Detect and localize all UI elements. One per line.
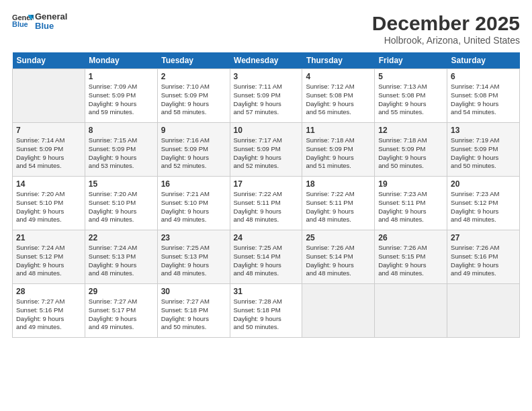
day-header-saturday: Saturday [447,52,520,69]
cell-info: Sunrise: 7:21 AM Sunset: 5:10 PM Dayligh… [161,190,226,224]
calendar-cell: 29Sunrise: 7:27 AM Sunset: 5:17 PM Dayli… [85,284,157,338]
day-header-sunday: Sunday [13,52,85,69]
date-number: 4 [306,72,371,81]
calendar-cell: 21Sunrise: 7:24 AM Sunset: 5:12 PM Dayli… [13,230,85,284]
calendar-cell: 30Sunrise: 7:27 AM Sunset: 5:18 PM Dayli… [157,284,230,338]
calendar-cell: 1Sunrise: 7:09 AM Sunset: 5:09 PM Daylig… [85,69,157,123]
date-number: 20 [451,179,516,189]
calendar-cell [375,284,447,338]
date-number: 11 [306,126,371,135]
cell-info: Sunrise: 7:17 AM Sunset: 5:09 PM Dayligh… [234,136,299,171]
subtitle: Holbrook, Arizona, United States [372,35,520,46]
date-number: 23 [161,233,226,242]
calendar-cell [447,284,520,338]
week-row-1: 1Sunrise: 7:09 AM Sunset: 5:09 PM Daylig… [13,69,520,123]
calendar-cell: 12Sunrise: 7:18 AM Sunset: 5:09 PM Dayli… [375,123,447,177]
date-number: 8 [89,126,154,135]
calendar-table: SundayMondayTuesdayWednesdayThursdayFrid… [12,52,520,338]
date-number: 18 [306,179,371,189]
cell-info: Sunrise: 7:23 AM Sunset: 5:11 PM Dayligh… [378,190,443,224]
calendar-cell: 3Sunrise: 7:11 AM Sunset: 5:09 PM Daylig… [230,69,302,123]
calendar-cell: 9Sunrise: 7:16 AM Sunset: 5:09 PM Daylig… [157,123,230,177]
date-number: 7 [16,126,81,135]
week-row-2: 7Sunrise: 7:14 AM Sunset: 5:09 PM Daylig… [13,123,520,177]
cell-info: Sunrise: 7:22 AM Sunset: 5:11 PM Dayligh… [306,190,371,224]
date-number: 25 [306,233,371,242]
cell-info: Sunrise: 7:10 AM Sunset: 5:09 PM Dayligh… [161,83,226,117]
date-number: 31 [234,287,299,296]
calendar-cell: 20Sunrise: 7:23 AM Sunset: 5:12 PM Dayli… [447,177,520,230]
date-number: 5 [378,72,443,81]
cell-info: Sunrise: 7:26 AM Sunset: 5:14 PM Dayligh… [306,244,371,278]
date-number: 24 [234,233,299,242]
cell-info: Sunrise: 7:28 AM Sunset: 5:18 PM Dayligh… [234,298,299,332]
day-header-tuesday: Tuesday [157,52,230,69]
cell-info: Sunrise: 7:27 AM Sunset: 5:17 PM Dayligh… [89,298,154,332]
date-number: 19 [378,179,443,189]
day-header-wednesday: Wednesday [230,52,302,69]
cell-info: Sunrise: 7:14 AM Sunset: 5:09 PM Dayligh… [16,136,81,171]
main-title: December 2025 [372,12,520,35]
calendar-cell: 18Sunrise: 7:22 AM Sunset: 5:11 PM Dayli… [302,177,375,230]
calendar-cell: 5Sunrise: 7:13 AM Sunset: 5:08 PM Daylig… [375,69,447,123]
calendar-cell: 16Sunrise: 7:21 AM Sunset: 5:10 PM Dayli… [157,177,230,230]
week-row-5: 28Sunrise: 7:27 AM Sunset: 5:16 PM Dayli… [13,284,520,338]
date-number: 29 [89,287,154,296]
date-number: 2 [161,72,226,81]
calendar-cell [302,284,375,338]
date-number: 10 [234,126,299,135]
cell-info: Sunrise: 7:24 AM Sunset: 5:12 PM Dayligh… [16,244,81,278]
date-number: 6 [451,72,516,81]
date-number: 12 [378,126,443,135]
svg-text:Blue: Blue [12,21,28,29]
calendar-cell: 4Sunrise: 7:12 AM Sunset: 5:08 PM Daylig… [302,69,375,123]
cell-info: Sunrise: 7:25 AM Sunset: 5:13 PM Dayligh… [161,244,226,278]
header: General Blue General Blue December 2025 … [12,12,520,46]
week-row-3: 14Sunrise: 7:20 AM Sunset: 5:10 PM Dayli… [13,177,520,230]
cell-info: Sunrise: 7:26 AM Sunset: 5:16 PM Dayligh… [451,244,516,278]
cell-info: Sunrise: 7:22 AM Sunset: 5:11 PM Dayligh… [234,190,299,224]
date-number: 1 [89,72,154,81]
cell-info: Sunrise: 7:26 AM Sunset: 5:15 PM Dayligh… [378,244,443,278]
cell-info: Sunrise: 7:12 AM Sunset: 5:08 PM Dayligh… [306,83,371,117]
cell-info: Sunrise: 7:09 AM Sunset: 5:09 PM Dayligh… [89,83,154,117]
date-number: 16 [161,179,226,189]
cell-info: Sunrise: 7:19 AM Sunset: 5:09 PM Dayligh… [451,136,516,171]
calendar-cell: 6Sunrise: 7:14 AM Sunset: 5:08 PM Daylig… [447,69,520,123]
calendar-cell: 31Sunrise: 7:28 AM Sunset: 5:18 PM Dayli… [230,284,302,338]
cell-info: Sunrise: 7:16 AM Sunset: 5:09 PM Dayligh… [161,136,226,171]
date-number: 30 [161,287,226,296]
day-header-thursday: Thursday [302,52,375,69]
cell-info: Sunrise: 7:15 AM Sunset: 5:09 PM Dayligh… [89,136,154,171]
date-number: 13 [451,126,516,135]
cell-info: Sunrise: 7:18 AM Sunset: 5:09 PM Dayligh… [378,136,443,171]
calendar-cell: 28Sunrise: 7:27 AM Sunset: 5:16 PM Dayli… [13,284,85,338]
cell-info: Sunrise: 7:14 AM Sunset: 5:08 PM Dayligh… [451,83,516,117]
date-number: 28 [16,287,81,296]
cell-info: Sunrise: 7:24 AM Sunset: 5:13 PM Dayligh… [89,244,154,278]
calendar-cell: 23Sunrise: 7:25 AM Sunset: 5:13 PM Dayli… [157,230,230,284]
cell-info: Sunrise: 7:27 AM Sunset: 5:16 PM Dayligh… [16,298,81,332]
calendar-cell: 7Sunrise: 7:14 AM Sunset: 5:09 PM Daylig… [13,123,85,177]
logo-line2: Blue [35,21,67,31]
cell-info: Sunrise: 7:11 AM Sunset: 5:09 PM Dayligh… [234,83,299,117]
date-number: 21 [16,233,81,242]
title-block: December 2025 Holbrook, Arizona, United … [372,12,520,46]
date-number: 17 [234,179,299,189]
calendar-cell: 14Sunrise: 7:20 AM Sunset: 5:10 PM Dayli… [13,177,85,230]
logo-line1: General [35,12,67,21]
date-number: 26 [378,233,443,242]
calendar-cell: 22Sunrise: 7:24 AM Sunset: 5:13 PM Dayli… [85,230,157,284]
date-number: 22 [89,233,154,242]
calendar-cell: 13Sunrise: 7:19 AM Sunset: 5:09 PM Dayli… [447,123,520,177]
calendar-cell: 17Sunrise: 7:22 AM Sunset: 5:11 PM Dayli… [230,177,302,230]
calendar-cell: 24Sunrise: 7:25 AM Sunset: 5:14 PM Dayli… [230,230,302,284]
cell-info: Sunrise: 7:20 AM Sunset: 5:10 PM Dayligh… [16,190,81,224]
calendar-cell: 27Sunrise: 7:26 AM Sunset: 5:16 PM Dayli… [447,230,520,284]
calendar-cell: 15Sunrise: 7:20 AM Sunset: 5:10 PM Dayli… [85,177,157,230]
calendar-cell [13,69,85,123]
day-header-friday: Friday [375,52,447,69]
calendar-cell: 19Sunrise: 7:23 AM Sunset: 5:11 PM Dayli… [375,177,447,230]
header-row: SundayMondayTuesdayWednesdayThursdayFrid… [13,52,520,69]
day-header-monday: Monday [85,52,157,69]
